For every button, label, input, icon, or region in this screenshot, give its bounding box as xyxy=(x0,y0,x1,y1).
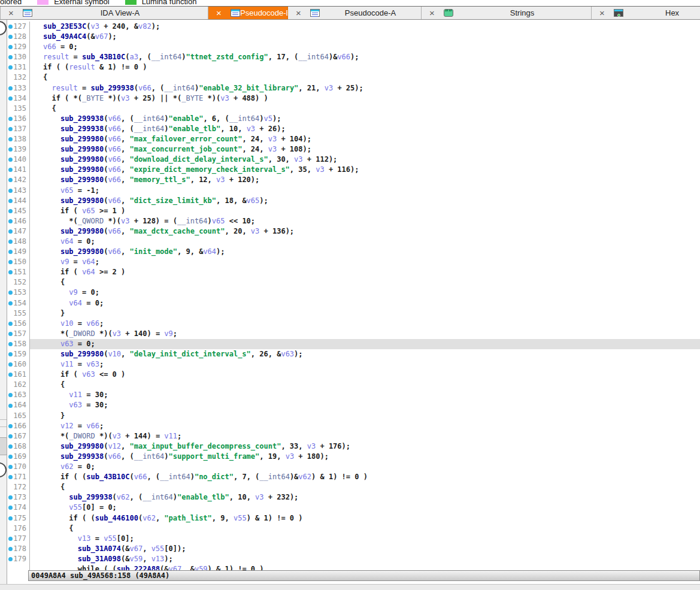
line-number-gutter[interactable]: 158 xyxy=(7,339,30,349)
code-text[interactable]: sub_299938(v66, (__int64)"enable", 6, (_… xyxy=(30,114,700,124)
code-line-162[interactable]: 162 { xyxy=(7,380,700,390)
line-number-gutter[interactable]: 150 xyxy=(7,257,30,267)
code-line-149[interactable]: 149 sub_299980(v66, "init_mode", 9, &v64… xyxy=(7,247,700,257)
tab-close-icon[interactable]: × xyxy=(598,8,607,17)
code-line-157[interactable]: 157 *(_DWORD *)(v3 + 140) = v9; xyxy=(7,329,700,339)
breakpoint-dot[interactable] xyxy=(8,219,13,223)
code-text[interactable]: sub_299938(v66, (__int64)"support_multi_… xyxy=(30,452,700,462)
code-line-155[interactable]: 155 } xyxy=(7,308,700,319)
breakpoint-dot[interactable] xyxy=(8,362,13,367)
breakpoint-dot[interactable] xyxy=(8,117,13,121)
code-text[interactable]: *(_QWORD *)(v3 + 128) = (__int64)v65 << … xyxy=(30,216,700,226)
breakpoint-dot[interactable] xyxy=(8,332,13,336)
code-line-147[interactable]: 147 sub_299980(v66, "max_dctx_cache_coun… xyxy=(7,226,700,237)
code-line-154[interactable]: 154 v64 = 0; xyxy=(7,298,700,308)
code-text[interactable]: *(_DWORD *)(v3 + 144) = v11; xyxy=(30,431,700,441)
breakpoint-dot[interactable] xyxy=(8,373,13,377)
code-line-175[interactable]: 175 if ( (sub_446100(v62, "path_list", 9… xyxy=(7,513,700,524)
code-text[interactable]: if ( v64 >= 2 ) xyxy=(30,267,700,277)
code-text[interactable]: sub_299980(v66, "init_mode", 9, &v64); xyxy=(30,247,700,257)
line-number-gutter[interactable]: 148 xyxy=(7,237,30,247)
code-line-173[interactable]: 173 sub_299938(v62, (__int64)"enable_tlb… xyxy=(7,492,700,503)
breakpoint-dot[interactable] xyxy=(8,424,13,428)
line-number-gutter[interactable]: 129 xyxy=(7,42,30,52)
line-number-gutter[interactable]: 176 xyxy=(7,524,30,534)
breakpoint-dot[interactable] xyxy=(8,547,13,551)
pseudocode-view[interactable]: 127sub_23E53C(v3 + 240, &v82);128sub_49A… xyxy=(7,20,700,581)
code-line-176[interactable]: 176 { xyxy=(7,524,700,534)
breakpoint-dot[interactable] xyxy=(8,495,13,500)
line-number-gutter[interactable]: 174 xyxy=(7,503,30,513)
breakpoint-dot[interactable] xyxy=(8,189,13,193)
breakpoint-dot[interactable] xyxy=(8,178,13,182)
code-line-127[interactable]: 127sub_23E53C(v3 + 240, &v82); xyxy=(7,22,700,32)
code-line-153[interactable]: 153 v9 = 0; xyxy=(7,288,700,298)
code-text[interactable]: if ( v65 >= 1 ) xyxy=(30,206,700,216)
breakpoint-dot[interactable] xyxy=(8,291,13,295)
code-text[interactable]: sub_299980(v66, "expire_dict_memory_chec… xyxy=(30,165,700,175)
code-line-143[interactable]: 143 v65 = -1; xyxy=(7,186,700,196)
breakpoint-dot[interactable] xyxy=(8,45,13,49)
line-number-gutter[interactable]: 131 xyxy=(7,62,30,72)
code-text[interactable]: sub_299980(v66, "memory_ttl_s", 12, v3 +… xyxy=(30,175,700,185)
breakpoint-dot[interactable] xyxy=(8,322,13,326)
breakpoint-dot[interactable] xyxy=(8,127,13,131)
line-number-gutter[interactable]: 168 xyxy=(7,441,30,452)
line-number-gutter[interactable]: 149 xyxy=(7,247,30,257)
line-number-gutter[interactable]: 179 xyxy=(7,554,30,564)
breakpoint-dot[interactable] xyxy=(8,475,13,479)
line-number-gutter[interactable]: 173 xyxy=(7,492,30,503)
code-line-138[interactable]: 138 sub_299980(v66, "max_failover_error_… xyxy=(7,134,700,144)
line-number-gutter[interactable]: 141 xyxy=(7,165,30,175)
line-number-gutter[interactable]: 144 xyxy=(7,196,30,206)
code-text[interactable]: } xyxy=(30,308,700,319)
code-text[interactable]: sub_299938(v62, (__int64)"enable_tlb", 1… xyxy=(30,492,700,503)
breakpoint-dot[interactable] xyxy=(8,229,13,234)
line-number-gutter[interactable]: 167 xyxy=(7,431,30,441)
code-text[interactable]: v63 = 0; xyxy=(30,339,700,349)
code-text[interactable]: if ( (sub_446100(v62, "path_list", 9, v5… xyxy=(30,513,700,524)
breakpoint-dot[interactable] xyxy=(8,96,13,101)
line-number-gutter[interactable]: 151 xyxy=(7,267,30,277)
code-text[interactable]: sub_23E53C(v3 + 240, &v82); xyxy=(30,22,700,32)
code-text[interactable]: sub_299980(v66, "max_dctx_cache_count", … xyxy=(30,226,700,237)
code-line-166[interactable]: 166 v12 = v66; xyxy=(7,421,700,431)
breakpoint-dot[interactable] xyxy=(8,537,13,541)
line-number-gutter[interactable]: 138 xyxy=(7,134,30,144)
code-line-142[interactable]: 142 sub_299980(v66, "memory_ttl_s", 12, … xyxy=(7,175,700,185)
code-text[interactable]: v64 = 0; xyxy=(30,298,700,308)
code-text[interactable]: if ( (sub_43B10C(v66, (__int64)"no_dict"… xyxy=(30,472,700,482)
breakpoint-dot[interactable] xyxy=(8,137,13,141)
code-text[interactable]: if ( (result & 1) != 0 ) xyxy=(30,62,700,72)
breakpoint-dot[interactable] xyxy=(8,209,13,213)
code-line-135[interactable]: 135 { xyxy=(7,104,700,114)
breakpoint-dot[interactable] xyxy=(8,250,13,254)
code-text[interactable]: v66 = 0; xyxy=(30,42,700,52)
code-line-179[interactable]: 179 sub_31A098(&v59, v13); xyxy=(7,554,700,564)
tab-close-icon[interactable]: × xyxy=(294,8,303,17)
code-line-161[interactable]: 161 if ( v63 <= 0 ) xyxy=(7,370,700,380)
line-number-gutter[interactable]: 160 xyxy=(7,359,30,370)
code-line-133[interactable]: 133 result = sub_299938(v66, (__int64)"e… xyxy=(7,83,700,93)
line-number-gutter[interactable]: 165 xyxy=(7,411,30,421)
line-number-gutter[interactable]: 162 xyxy=(7,380,30,390)
code-text[interactable]: sub_299980(v66, "max_failover_error_coun… xyxy=(30,134,700,144)
code-text[interactable]: v12 = v66; xyxy=(30,421,700,431)
breakpoint-dot[interactable] xyxy=(8,465,13,469)
code-text[interactable]: v9 = v64; xyxy=(30,257,700,267)
line-number-gutter[interactable]: 163 xyxy=(7,390,30,400)
breakpoint-dot[interactable] xyxy=(8,199,13,203)
code-line-128[interactable]: 128sub_49A4C4(&v67); xyxy=(7,32,700,42)
code-line-144[interactable]: 144 sub_299980(v66, "dict_size_limit_kb"… xyxy=(7,196,700,206)
line-number-gutter[interactable]: 146 xyxy=(7,216,30,226)
code-text[interactable]: v10 = v66; xyxy=(30,319,700,329)
line-number-gutter[interactable]: 172 xyxy=(7,482,30,492)
code-text[interactable]: sub_299980(v66, "dict_size_limit_kb", 18… xyxy=(30,196,700,206)
code-line-132[interactable]: 132{ xyxy=(7,72,700,83)
line-number-gutter[interactable]: 128 xyxy=(7,32,30,42)
tab-pseudocode-a[interactable]: ×Pseudocode-A xyxy=(288,7,422,19)
code-line-159[interactable]: 159 sub_299980(v10, "delay_init_dict_int… xyxy=(7,349,700,359)
code-text[interactable]: v13 = v55[0]; xyxy=(30,534,700,544)
line-number-gutter[interactable]: 155 xyxy=(7,308,30,319)
line-number-gutter[interactable]: 159 xyxy=(7,349,30,359)
